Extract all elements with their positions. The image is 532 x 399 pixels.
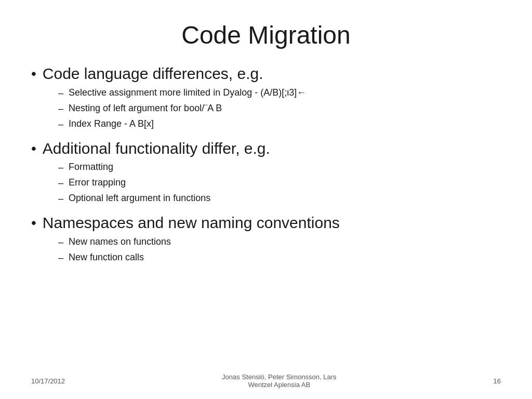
sub-text-1-3: Index Range - A B[x] bbox=[69, 117, 154, 131]
sub-text-2-3: Optional left argument in functions bbox=[69, 191, 210, 205]
sub-dash-1-2: – bbox=[58, 102, 63, 116]
sub-text-3-1: New names on functions bbox=[69, 235, 171, 249]
sub-dash-1-3: – bbox=[58, 117, 63, 131]
sub-dash-3-2: – bbox=[58, 251, 63, 265]
sub-item-3-2: – New function calls bbox=[58, 250, 501, 265]
bullet-text-2: Additional functionality differ, e.g. bbox=[43, 139, 270, 158]
slide-title: Code Migration bbox=[31, 21, 501, 49]
sub-text-3-2: New function calls bbox=[69, 250, 144, 264]
sub-item-2-3: – Optional left argument in functions bbox=[58, 191, 501, 206]
sub-dash-3-1: – bbox=[58, 235, 63, 249]
bullet-dot-1: • bbox=[31, 65, 36, 83]
sub-text-2-1: Formatting bbox=[69, 160, 113, 174]
sub-dash-2-3: – bbox=[58, 192, 63, 206]
sub-item-1-1: – Selective assignment more limited in D… bbox=[58, 86, 501, 100]
bullet-dot-2: • bbox=[31, 140, 36, 157]
footer-authors: Jonas Stensiö, Peter Simonsson, LarsWent… bbox=[222, 373, 336, 389]
sub-items-2: – Formatting – Error trapping – Optional… bbox=[58, 160, 501, 206]
footer-page-number: 16 bbox=[494, 377, 501, 385]
bullet-item-2: • Additional functionality differ, e.g. … bbox=[31, 139, 501, 208]
sub-dash-2-2: – bbox=[58, 176, 63, 190]
sub-item-2-2: – Error trapping bbox=[58, 176, 501, 190]
sub-items-3: – New names on functions – New function … bbox=[58, 235, 501, 265]
bullet-item-3: • Namespaces and new naming conventions … bbox=[31, 213, 501, 267]
sub-item-2-1: – Formatting bbox=[58, 160, 501, 175]
bullet-dot-3: • bbox=[31, 214, 36, 232]
slide: Code Migration • Code language differenc… bbox=[0, 0, 532, 399]
sub-text-2-2: Error trapping bbox=[69, 176, 126, 190]
sub-item-3-1: – New names on functions bbox=[58, 235, 501, 249]
slide-content: • Code language differences, e.g. – Sele… bbox=[31, 64, 501, 368]
bullet-item-1: • Code language differences, e.g. – Sele… bbox=[31, 64, 501, 134]
sub-item-1-2: – Nesting of left argument for bool/¨A B bbox=[58, 101, 501, 116]
sub-text-1-1: Selective assignment more limited in Dya… bbox=[69, 86, 306, 100]
bullet-text-3: Namespaces and new naming conventions bbox=[43, 213, 340, 233]
slide-footer: 10/17/2012 Jonas Stensiö, Peter Simonsso… bbox=[31, 368, 501, 389]
bullet-text-1: Code language differences, e.g. bbox=[43, 64, 263, 84]
sub-dash-2-1: – bbox=[58, 161, 63, 175]
footer-date: 10/17/2012 bbox=[31, 377, 65, 385]
sub-dash-1-1: – bbox=[58, 86, 63, 100]
sub-item-1-3: – Index Range - A B[x] bbox=[58, 117, 501, 131]
sub-text-1-2: Nesting of left argument for bool/¨A B bbox=[69, 101, 222, 115]
sub-items-1: – Selective assignment more limited in D… bbox=[58, 86, 501, 131]
